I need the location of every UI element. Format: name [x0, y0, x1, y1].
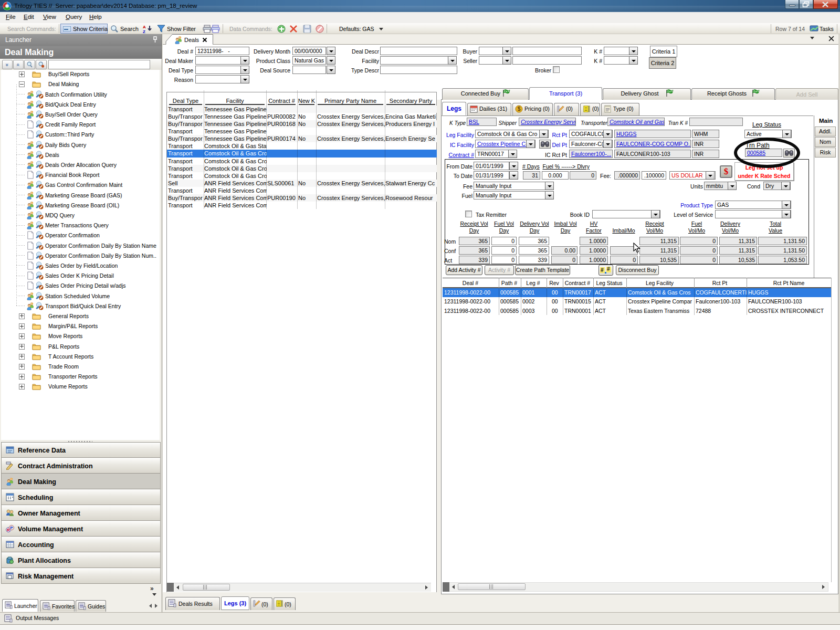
svg-text:P: P: [10, 526, 13, 530]
svg-text:A: A: [143, 25, 146, 29]
svg-text:#: #: [601, 267, 604, 273]
svg-text:#: #: [607, 266, 610, 272]
svg-text:Z: Z: [143, 29, 145, 34]
